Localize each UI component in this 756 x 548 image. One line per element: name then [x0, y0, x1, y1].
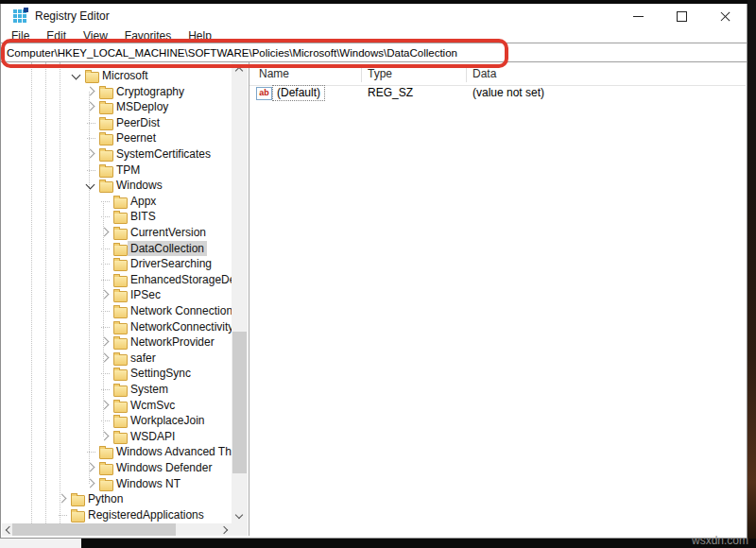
folder-icon: [113, 354, 128, 366]
chevron-right-icon[interactable]: [86, 102, 95, 111]
scrollbar-corner: [232, 523, 248, 536]
value-data: (value not set): [472, 86, 544, 99]
tree-item-windows[interactable]: Windows: [2, 178, 232, 194]
folder-icon: [99, 181, 113, 193]
column-header-name[interactable]: Name: [259, 67, 289, 80]
folder-icon: [113, 245, 128, 256]
tree-item-label: DriverSearching: [130, 256, 212, 272]
tree-item-label: SettingSync: [130, 366, 191, 382]
tree-item-peernet[interactable]: Peernet: [2, 130, 232, 146]
value-row-default[interactable]: ab (Default) REG_SZ (value not set): [249, 85, 746, 102]
tree-item-label: Network Connections: [130, 303, 232, 319]
tree-item-windows-defender[interactable]: Windows Defender: [2, 460, 232, 476]
tree-item-wsdapi[interactable]: WSDAPI: [2, 429, 232, 445]
tree-item-networkconnectivitys[interactable]: NetworkConnectivityS: [2, 319, 232, 335]
chevron-down-icon[interactable]: [86, 180, 95, 190]
chevron-right-icon[interactable]: [100, 400, 110, 409]
tree-item-windows-nt[interactable]: Windows NT: [2, 476, 232, 492]
chevron-right-icon[interactable]: [100, 431, 110, 440]
column-separator[interactable]: [466, 65, 467, 82]
address-input[interactable]: [1, 43, 752, 61]
background-strip-bottom: [0, 539, 756, 548]
tree-item-networkprovider[interactable]: NetworkProvider: [2, 334, 232, 351]
chevron-right-icon[interactable]: [100, 337, 110, 347]
title-bar[interactable]: Registry Editor: [1, 4, 747, 28]
tree-item-system[interactable]: System: [2, 382, 232, 398]
tree-item-tpm[interactable]: TPM: [2, 163, 232, 179]
tree-item-peerdist[interactable]: PeerDist: [2, 115, 232, 131]
folder-icon: [113, 323, 128, 334]
scroll-up-icon[interactable]: [235, 67, 243, 75]
chevron-right-icon[interactable]: [100, 352, 110, 362]
menu-favorites[interactable]: Favorites: [116, 29, 180, 43]
background-strip-right: [747, 0, 756, 548]
tree-item-label: Peernet: [116, 130, 156, 146]
folder-icon: [71, 511, 85, 522]
chevron-right-icon[interactable]: [100, 228, 110, 237]
tree-item-label: IPSec: [130, 287, 161, 303]
chevron-down-icon[interactable]: [72, 71, 81, 80]
tree-item-driversearching[interactable]: DriverSearching: [2, 256, 232, 272]
registry-editor-window: Registry Editor File Edit View Favorites…: [0, 4, 747, 539]
chevron-right-icon[interactable]: [86, 478, 95, 488]
scroll-down-icon[interactable]: [235, 511, 243, 519]
tree-item-label: Cryptography: [116, 84, 184, 100]
folder-icon: [99, 464, 113, 475]
tree-item-systemcertificates[interactable]: SystemCertificates: [2, 146, 232, 163]
tree-item-label: NetworkConnectivityS: [130, 319, 232, 335]
folder-icon: [113, 291, 128, 302]
tree-item-label: safer: [130, 351, 156, 367]
folder-icon: [113, 260, 128, 271]
folder-icon: [113, 385, 128, 397]
tree-item-registeredapplications[interactable]: RegisteredApplications: [2, 507, 232, 523]
tree-item-python[interactable]: Python: [2, 491, 232, 507]
folder-icon: [85, 72, 99, 83]
column-header-data[interactable]: Data: [472, 67, 496, 80]
menu-file[interactable]: File: [3, 29, 38, 43]
chevron-right-icon[interactable]: [86, 149, 95, 159]
tree-item-enhancedstoragedevic[interactable]: EnhancedStorageDevic: [2, 272, 232, 288]
scroll-right-icon[interactable]: [220, 525, 228, 533]
tree-item-settingsync[interactable]: SettingSync: [2, 366, 232, 382]
tree-view: MicrosoftCryptographyMSDeployPeerDistPee…: [2, 62, 232, 523]
tree-item-label: Windows: [116, 178, 163, 194]
folder-icon: [71, 495, 85, 506]
tree-item-safer[interactable]: safer: [2, 351, 232, 367]
tree-item-microsoft[interactable]: Microsoft: [2, 68, 232, 84]
column-header-type[interactable]: Type: [368, 67, 392, 80]
vertical-scroll-thumb[interactable]: [232, 332, 247, 473]
maximize-button[interactable]: [660, 4, 703, 28]
menu-view[interactable]: View: [75, 29, 116, 43]
background-corner-bottom-left: [0, 538, 81, 548]
chevron-right-icon[interactable]: [86, 86, 95, 95]
tree-vertical-scrollbar[interactable]: [232, 62, 248, 523]
tree-item-appx[interactable]: Appx: [2, 194, 232, 210]
column-separator[interactable]: [361, 65, 362, 82]
tree-item-windows-advanced-threa[interactable]: Windows Advanced Threa: [2, 444, 232, 460]
tree-item-workplacejoin[interactable]: WorkplaceJoin: [2, 413, 232, 429]
tree-item-label: SystemCertificates: [116, 146, 211, 163]
menu-help[interactable]: Help: [180, 29, 220, 43]
tree-connector: [87, 123, 95, 124]
tree-item-wcmsvc[interactable]: WcmSvc: [2, 398, 232, 414]
tree-item-ipsec[interactable]: IPSec: [2, 287, 232, 303]
menu-edit[interactable]: Edit: [38, 29, 75, 43]
tree-item-label: Windows Defender: [116, 460, 212, 476]
value-name[interactable]: (Default): [272, 85, 325, 101]
chevron-right-icon[interactable]: [86, 463, 95, 472]
tree-item-cryptography[interactable]: Cryptography: [2, 84, 232, 100]
tree-item-label: Windows NT: [116, 476, 180, 492]
tree-item-msdeploy[interactable]: MSDeploy: [2, 99, 232, 115]
tree-connector: [101, 420, 110, 421]
tree-horizontal-scrollbar[interactable]: [2, 523, 232, 536]
chevron-right-icon[interactable]: [58, 494, 67, 504]
chevron-right-icon[interactable]: [100, 290, 110, 300]
tree-item-currentversion[interactable]: CurrentVersion: [2, 225, 232, 241]
tree-item-bits[interactable]: BITS: [2, 209, 232, 225]
tree-item-label: Appx: [130, 194, 156, 210]
tree-item-network-connections[interactable]: Network Connections: [2, 303, 232, 319]
tree-item-datacollection[interactable]: DataCollection: [2, 241, 232, 257]
horizontal-scroll-thumb[interactable]: [12, 523, 176, 536]
minimize-button[interactable]: [616, 4, 660, 28]
close-button[interactable]: [703, 4, 747, 28]
